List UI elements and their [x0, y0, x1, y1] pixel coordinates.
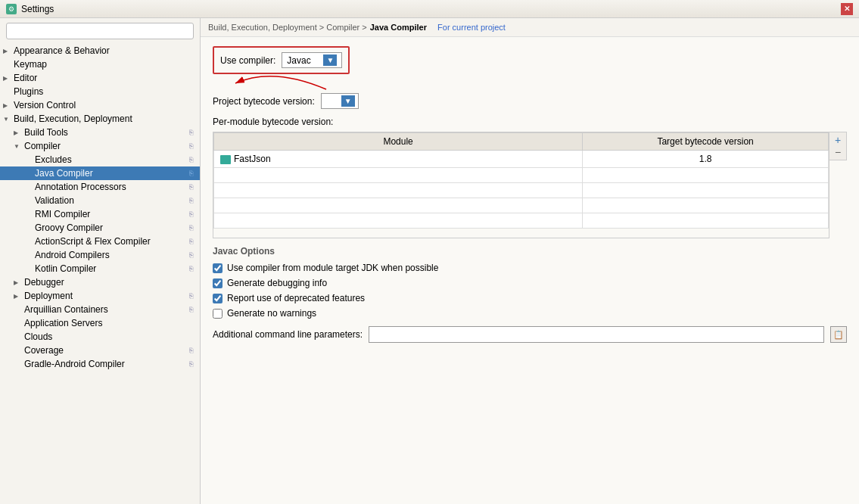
- bytecode-version-row: Project bytecode version: ▼: [213, 93, 847, 109]
- sidebar-item-keymap[interactable]: Keymap: [0, 58, 200, 71]
- checkbox-3[interactable]: [213, 309, 223, 319]
- sidebar-item-actionscript-compiler[interactable]: ActionScript & Flex Compiler⎘: [0, 235, 200, 248]
- nav-label-gradle-android: Gradle-Android Compiler: [24, 359, 185, 369]
- breadcrumb: Build, Execution, Deployment > Compiler …: [201, 18, 859, 37]
- checkbox-1[interactable]: [213, 278, 223, 288]
- compiler-select-value: Javac: [287, 55, 320, 66]
- copy-icon-gradle-android: ⎘: [185, 359, 197, 369]
- bytecode-version-select[interactable]: ▼: [321, 93, 359, 109]
- close-button[interactable]: ✕: [841, 3, 853, 15]
- sidebar-item-excludes[interactable]: Excludes⎘: [0, 153, 200, 166]
- sidebar-item-java-compiler[interactable]: Java Compiler⎘: [0, 166, 200, 180]
- bytecode-version-label: Project bytecode version:: [213, 96, 315, 107]
- checkbox-0[interactable]: [213, 263, 223, 273]
- table-row-empty: [214, 168, 829, 183]
- sidebar-item-plugins[interactable]: Plugins: [0, 85, 200, 98]
- sidebar-item-clouds[interactable]: Clouds: [0, 330, 200, 344]
- compiler-select-arrow-icon: ▼: [323, 54, 337, 66]
- checkbox-row-1: Generate debugging info: [213, 278, 847, 288]
- sidebar-item-deployment[interactable]: ▶Deployment⎘: [0, 289, 200, 303]
- nav-arrow-deployment: ▶: [14, 293, 24, 300]
- nav-arrow-compiler: ▼: [14, 143, 24, 150]
- copy-icon-excludes: ⎘: [185, 155, 197, 164]
- sidebar-item-build-tools[interactable]: ▶Build Tools⎘: [0, 126, 200, 139]
- cmd-params-browse-button[interactable]: 📋: [830, 326, 847, 343]
- sidebar-item-gradle-android[interactable]: Gradle-Android Compiler⎘: [0, 357, 200, 371]
- nav-label-java-compiler: Java Compiler: [35, 168, 185, 179]
- nav-tree: ▶Appearance & BehaviorKeymap▶EditorPlugi…: [0, 44, 200, 504]
- cmd-params-input[interactable]: [369, 326, 824, 343]
- sidebar-item-coverage[interactable]: Coverage⎘: [0, 344, 200, 357]
- sidebar-item-compiler[interactable]: ▼Compiler⎘: [0, 139, 200, 153]
- sidebar-item-app-servers[interactable]: Application Servers: [0, 316, 200, 330]
- per-module-label: Per-module bytecode version:: [213, 117, 847, 127]
- copy-icon-validation: ⎘: [185, 196, 197, 205]
- copy-icon-android-compilers: ⎘: [185, 250, 197, 260]
- breadcrumb-separator: [430, 23, 434, 32]
- nav-label-clouds: Clouds: [24, 331, 197, 342]
- nav-label-appearance: Appearance & Behavior: [14, 45, 197, 56]
- sidebar-item-debugger[interactable]: ▶Debugger: [0, 275, 200, 289]
- sidebar-item-arquillian[interactable]: Arquillian Containers⎘: [0, 303, 200, 316]
- bytecode-version-arrow-icon: ▼: [341, 95, 355, 107]
- copy-icon-actionscript-compiler: ⎘: [185, 237, 197, 246]
- use-compiler-section: Use compiler: Javac ▼: [213, 46, 350, 74]
- nav-arrow-editor: ▶: [3, 75, 14, 82]
- checkbox-label-1: Generate debugging info: [227, 278, 327, 288]
- title-bar: ⚙ Settings ✕: [0, 0, 859, 18]
- nav-label-coverage: Coverage: [24, 345, 185, 356]
- nav-arrow-version-control: ▶: [3, 102, 14, 109]
- compiler-select[interactable]: Javac ▼: [282, 52, 342, 68]
- checkbox-row-3: Generate no warnings: [213, 308, 847, 319]
- checkbox-label-2: Report use of deprecated features: [227, 293, 365, 303]
- table-row-empty: [214, 198, 829, 213]
- nav-label-actionscript-compiler: ActionScript & Flex Compiler: [35, 236, 185, 247]
- add-module-button[interactable]: +: [832, 134, 844, 146]
- sidebar-item-version-control[interactable]: ▶Version Control: [0, 98, 200, 112]
- nav-label-android-compilers: Android Compilers: [35, 250, 185, 260]
- checkbox-label-3: Generate no warnings: [227, 308, 316, 319]
- nav-arrow-debugger: ▶: [14, 279, 24, 286]
- nav-label-groovy-compiler: Groovy Compiler: [35, 222, 185, 233]
- sidebar-item-validation[interactable]: Validation⎘: [0, 194, 200, 207]
- sidebar-item-groovy-compiler[interactable]: Groovy Compiler⎘: [0, 221, 200, 235]
- sidebar: ▶Appearance & BehaviorKeymap▶EditorPlugi…: [0, 18, 201, 504]
- copy-icon-groovy-compiler: ⎘: [185, 223, 197, 232]
- search-input[interactable]: [6, 23, 194, 39]
- copy-icon-annotation-processors: ⎘: [185, 182, 197, 191]
- sidebar-item-annotation-processors[interactable]: Annotation Processors⎘: [0, 180, 200, 194]
- col-target-version: Target bytecode version: [583, 133, 829, 151]
- breadcrumb-current: Java Compiler: [370, 23, 427, 32]
- sidebar-item-android-compilers[interactable]: Android Compilers⎘: [0, 248, 200, 262]
- table-row-empty: [214, 183, 829, 198]
- content-body: Use compiler: Javac ▼ Project b: [201, 37, 859, 504]
- module-table-container: Module Target bytecode version FastJson1…: [213, 132, 829, 238]
- sidebar-item-appearance[interactable]: ▶Appearance & Behavior: [0, 44, 200, 58]
- sidebar-item-rmi-compiler[interactable]: RMI Compiler⎘: [0, 207, 200, 221]
- module-cell: FastJson: [214, 151, 583, 168]
- remove-module-button[interactable]: −: [832, 146, 844, 158]
- nav-arrow-build-execution: ▼: [3, 116, 14, 123]
- sidebar-item-kotlin-compiler[interactable]: Kotlin Compiler⎘: [0, 262, 200, 275]
- checkbox-row-2: Report use of deprecated features: [213, 293, 847, 303]
- nav-label-rmi-compiler: RMI Compiler: [35, 209, 185, 219]
- breadcrumb-project-link[interactable]: For current project: [437, 23, 506, 32]
- checkbox-2[interactable]: [213, 294, 223, 303]
- nav-label-validation: Validation: [35, 195, 185, 206]
- javac-options-section: Javac Options Use compiler from module t…: [213, 246, 847, 343]
- nav-label-arquillian: Arquillian Containers: [24, 304, 185, 315]
- nav-label-app-servers: Application Servers: [24, 318, 197, 328]
- copy-icon-arquillian: ⎘: [185, 305, 197, 314]
- javac-options-title: Javac Options: [213, 246, 847, 257]
- nav-arrow-build-tools: ▶: [14, 129, 24, 136]
- nav-arrow-appearance: ▶: [3, 48, 14, 54]
- sidebar-item-build-execution[interactable]: ▼Build, Execution, Deployment: [0, 112, 200, 126]
- sidebar-item-editor[interactable]: ▶Editor: [0, 71, 200, 85]
- nav-label-deployment: Deployment: [24, 291, 185, 301]
- table-row: FastJson1.8: [214, 151, 829, 168]
- nav-label-version-control: Version Control: [14, 100, 197, 110]
- nav-label-debugger: Debugger: [24, 277, 197, 288]
- nav-label-kotlin-compiler: Kotlin Compiler: [35, 263, 185, 274]
- use-compiler-label: Use compiler:: [220, 55, 275, 66]
- checkbox-row-0: Use compiler from module target JDK when…: [213, 263, 847, 273]
